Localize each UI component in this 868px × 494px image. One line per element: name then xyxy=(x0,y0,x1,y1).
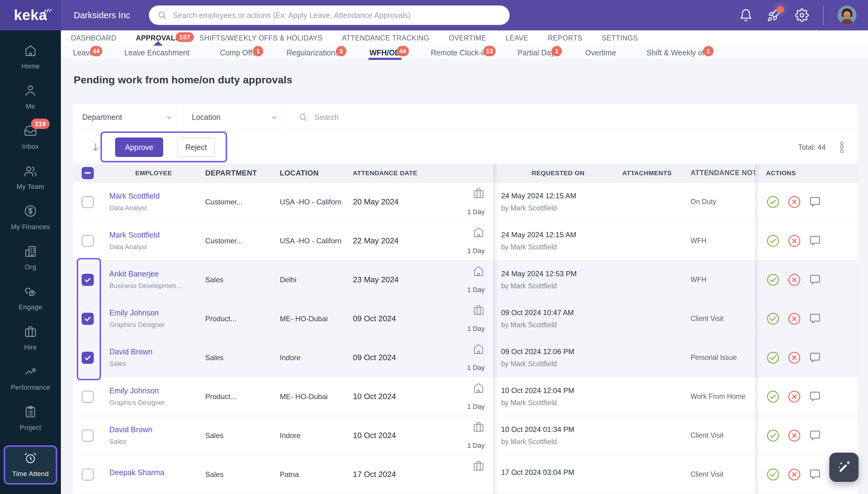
approve-circle-icon[interactable] xyxy=(766,468,780,481)
sidebar-item-inbox[interactable]: 219Inbox xyxy=(4,124,57,151)
approve-circle-icon[interactable] xyxy=(766,273,780,287)
nav-item-overtime[interactable]: OVERTIME xyxy=(449,31,486,45)
subnav-item-remote-clock-in[interactable]: Remote Clock-in13 xyxy=(431,46,487,60)
sidebar-item-time-attend[interactable]: Time Attend xyxy=(4,445,57,484)
table-search[interactable] xyxy=(288,104,858,131)
sidebar-item-me[interactable]: Me xyxy=(4,84,57,110)
location-filter-dropdown[interactable]: Location xyxy=(183,104,288,131)
employee-name-link[interactable]: Mark Scottfield xyxy=(109,231,198,240)
briefcase-icon xyxy=(472,304,485,316)
employee-name-link[interactable]: Deepak Sharma xyxy=(109,468,198,477)
employee-name-link[interactable]: Emily Johnson xyxy=(109,386,198,395)
employee-name-link[interactable]: David Brown xyxy=(109,347,198,356)
reject-circle-icon[interactable] xyxy=(787,351,801,365)
subnav-item-partial-day[interactable]: Partial Day1 xyxy=(518,46,555,60)
approve-circle-icon[interactable] xyxy=(766,351,780,365)
comment-icon[interactable] xyxy=(809,429,821,442)
department-cell: Sales xyxy=(198,338,272,377)
employee-name-link[interactable]: Ankit Banerjee xyxy=(109,269,198,278)
nav-item-leave[interactable]: LEAVE xyxy=(506,31,528,45)
ai-assistant-button[interactable] xyxy=(829,453,858,482)
comment-icon[interactable] xyxy=(809,273,821,286)
settings-gear-icon[interactable] xyxy=(795,8,809,22)
more-options-dots-icon[interactable] xyxy=(837,141,847,153)
reject-circle-icon[interactable] xyxy=(787,468,801,481)
reject-circle-icon[interactable] xyxy=(787,312,801,326)
global-search[interactable] xyxy=(149,5,510,25)
department-filter-dropdown[interactable]: Department xyxy=(73,104,183,131)
approve-circle-icon[interactable] xyxy=(766,234,780,248)
nav-item-dashboard[interactable]: DASHBOARD xyxy=(71,31,116,45)
sort-arrow-icon[interactable] xyxy=(90,142,101,153)
whats-new-rocket-icon[interactable] xyxy=(767,8,781,22)
sidebar-item-performance[interactable]: Performance xyxy=(4,365,57,392)
row-checkbox[interactable] xyxy=(82,469,94,481)
comment-icon[interactable] xyxy=(809,312,821,325)
reject-circle-icon[interactable] xyxy=(787,429,801,442)
employee-name-link[interactable]: Emily Johnson xyxy=(109,308,198,317)
approve-button[interactable]: Approve xyxy=(115,137,163,157)
row-checkbox[interactable] xyxy=(82,274,94,286)
sidebar-item-my-team[interactable]: My Team xyxy=(4,164,57,191)
comment-icon[interactable] xyxy=(809,234,821,247)
subnav-item-leave[interactable]: Leave44 xyxy=(73,46,94,60)
subnav-item-overtime[interactable]: Overtime xyxy=(585,46,616,60)
employee-role: Business Developmen... xyxy=(109,282,198,290)
attendance-date: 20 May 2024 xyxy=(353,197,399,207)
attendance-note-cell: Client Visit xyxy=(689,299,755,338)
subnav-item-wfh-od[interactable]: WFH/OD44 xyxy=(369,46,400,60)
keka-logo[interactable]: keka xyxy=(0,0,61,31)
sidebar-item-hire[interactable]: Hire xyxy=(4,325,57,352)
select-all-checkbox[interactable] xyxy=(82,167,94,179)
approve-circle-icon[interactable] xyxy=(766,390,780,404)
sidebar-item-project[interactable]: Project xyxy=(4,405,57,432)
location-cell: Delhi xyxy=(272,260,346,299)
row-checkbox[interactable] xyxy=(82,235,94,247)
employee-name-link[interactable]: Mark Scottfield xyxy=(109,192,198,201)
row-checkbox[interactable] xyxy=(82,196,94,208)
nav-item-settings[interactable]: SETTINGS xyxy=(602,31,638,45)
global-search-input[interactable] xyxy=(172,11,501,20)
approve-circle-icon[interactable] xyxy=(766,312,780,326)
sidebar-item-my-finances[interactable]: My Finances xyxy=(4,204,57,231)
nav-item-approvals[interactable]: APPROVALS107 xyxy=(136,31,180,45)
subnav-item-shift-weekly-off[interactable]: Shift & Weekly off1 xyxy=(646,46,706,60)
reject-circle-icon[interactable] xyxy=(787,195,801,209)
subnav-item-leave-encashment[interactable]: Leave Encashment xyxy=(124,46,189,60)
row-checkbox[interactable] xyxy=(82,391,94,403)
reject-circle-icon[interactable] xyxy=(787,390,801,404)
user-avatar[interactable] xyxy=(837,6,856,25)
attendance-date-cell: 09 Oct 20241 Day xyxy=(346,338,493,377)
nav-item-attendance-tracking[interactable]: ATTENDANCE TRACKING xyxy=(342,31,429,45)
comment-icon[interactable] xyxy=(809,352,821,364)
comment-icon[interactable] xyxy=(809,468,821,481)
sidebar-item-label: Hire xyxy=(24,343,37,352)
reject-circle-icon[interactable] xyxy=(787,234,801,248)
approve-circle-icon[interactable] xyxy=(766,429,780,442)
comment-icon[interactable] xyxy=(809,390,821,403)
nav-item-label: DASHBOARD xyxy=(71,34,116,42)
sidebar-item-home[interactable]: Home xyxy=(4,44,57,70)
sidebar-item-org[interactable]: Org xyxy=(4,245,57,271)
nav-item-reports[interactable]: REPORTS xyxy=(548,31,582,45)
table-search-input[interactable] xyxy=(314,113,847,122)
home-icon xyxy=(472,382,485,394)
approve-circle-icon[interactable] xyxy=(766,195,780,209)
duration-label: 1 Day xyxy=(467,208,485,216)
reject-button[interactable]: Reject xyxy=(177,137,215,157)
employee-cell: Ankit BanerjeeBusiness Developmen... xyxy=(102,260,198,299)
reject-circle-icon[interactable] xyxy=(787,273,801,287)
subnav-item-comp-offs[interactable]: Comp Offs1 xyxy=(220,46,256,60)
sidebar-item-engage[interactable]: Engage xyxy=(4,285,57,311)
column-header-attendance-not: ATTENDANCE NOT xyxy=(689,169,755,177)
row-checkbox[interactable] xyxy=(82,352,94,364)
employee-name-link[interactable]: David Brown xyxy=(109,425,198,434)
user-icon xyxy=(24,84,37,98)
nav-item-shifts-weekly-offs-holidays[interactable]: SHIFTS/WEEKLY OFFS & HOLIDAYS xyxy=(199,31,322,45)
subnav-item-regularizations[interactable]: Regularizations3 xyxy=(287,46,339,60)
row-checkbox[interactable] xyxy=(82,313,94,325)
comment-icon[interactable] xyxy=(809,195,821,208)
search-icon xyxy=(299,113,308,122)
notifications-bell-icon[interactable] xyxy=(739,8,753,22)
row-checkbox[interactable] xyxy=(82,430,94,442)
